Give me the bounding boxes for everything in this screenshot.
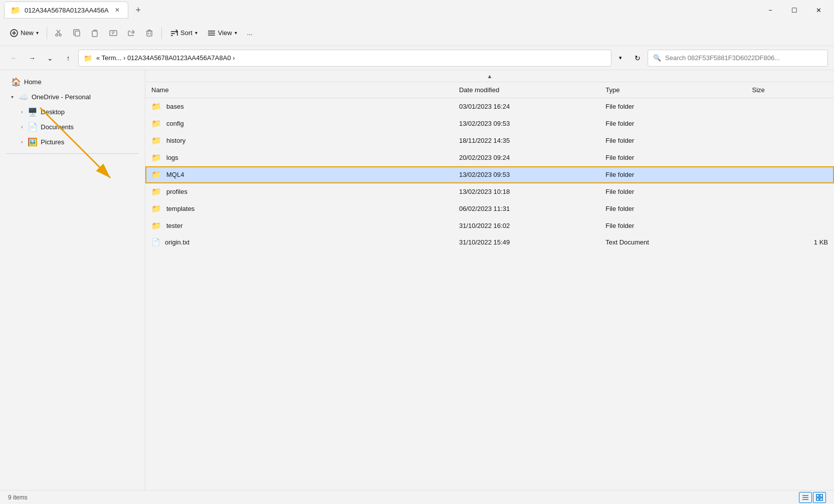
folder-icon: 📁 (151, 221, 161, 230)
file-name: tester (166, 222, 183, 229)
file-name-cell: 📄 origin.txt (145, 234, 453, 250)
address-dropdown-button[interactable]: ▾ (613, 50, 628, 66)
paste-button[interactable] (87, 24, 103, 42)
file-list-scroll[interactable]: ▲ Name Date modified Type (145, 70, 834, 490)
grid-view-button[interactable] (813, 492, 826, 503)
sidebar: 🏠 Home ▾ ☁️ OneDrive - Personal › 🖥️ Des… (0, 70, 145, 490)
file-type: File folder (599, 115, 746, 132)
new-button[interactable]: New ▾ (6, 24, 43, 42)
tab-close-button[interactable]: ✕ (113, 6, 122, 15)
view-icon (207, 29, 216, 37)
col-header-type[interactable]: Type (599, 82, 746, 98)
refresh-button[interactable]: ↻ (630, 50, 646, 66)
list-view-icon (802, 494, 809, 501)
table-row[interactable]: 📁 bases 03/01/2023 16:24 File folder (145, 98, 834, 115)
file-name-cell: 📁 templates (145, 200, 453, 217)
pictures-expand-icon: › (21, 139, 23, 145)
col-header-date[interactable]: Date modified (453, 82, 599, 98)
content-area: ▲ Name Date modified Type (145, 70, 834, 490)
file-name: logs (166, 154, 178, 161)
search-box[interactable]: 🔍 (648, 50, 828, 67)
view-toggle (799, 492, 826, 503)
home-label: Home (24, 78, 42, 86)
copy-button[interactable] (69, 24, 85, 42)
sidebar-item-documents[interactable]: › 📄 Documents (3, 120, 142, 134)
table-row[interactable]: 📁 MQL4 13/02/2023 09:53 File folder (145, 166, 834, 183)
table-row[interactable]: 📁 profiles 13/02/2023 10:18 File folder (145, 183, 834, 200)
sidebar-item-home[interactable]: 🏠 Home (3, 75, 142, 89)
delete-button[interactable] (141, 24, 157, 42)
onedrive-label: OneDrive - Personal (32, 93, 91, 101)
file-date: 20/02/2023 09:24 (453, 149, 599, 166)
list-view-button[interactable] (799, 492, 812, 503)
table-row[interactable]: 📄 origin.txt 31/10/2022 15:49 Text Docum… (145, 234, 834, 250)
tab-folder-icon: 📁 (11, 6, 21, 15)
file-date: 13/02/2023 09:53 (453, 166, 599, 183)
table-row[interactable]: 📁 templates 06/02/2023 11:31 File folder (145, 200, 834, 217)
address-bar[interactable]: 📁 « Term... › 012A34A5678A0123AA456A7A8A… (78, 50, 611, 67)
forward-button[interactable]: → (24, 50, 40, 66)
svg-rect-29 (816, 498, 819, 500)
paste-icon (91, 29, 99, 37)
file-date: 31/10/2022 15:49 (453, 234, 599, 250)
toolbar-separator-1 (47, 27, 47, 39)
sidebar-item-desktop[interactable]: › 🖥️ Desktop (3, 105, 142, 119)
status-bar: 9 items (0, 490, 834, 504)
file-date: 13/02/2023 10:18 (453, 183, 599, 200)
back-button[interactable]: ← (6, 50, 22, 66)
table-row[interactable]: 📁 history 18/11/2022 14:35 File folder (145, 132, 834, 149)
pictures-icon: 🖼️ (28, 137, 37, 147)
close-button[interactable]: ✕ (807, 2, 830, 18)
maximize-button[interactable]: ☐ (783, 2, 806, 18)
file-size (746, 200, 834, 217)
view-button[interactable]: View ▾ (203, 24, 241, 42)
folder-icon: 📁 (151, 187, 161, 196)
folder-icon: 📁 (151, 119, 161, 128)
new-chevron: ▾ (36, 30, 39, 36)
toolbar: New ▾ (0, 20, 834, 46)
table-row[interactable]: 📁 tester 31/10/2022 16:02 File folder (145, 217, 834, 234)
file-name: bases (166, 103, 184, 110)
file-name: profiles (166, 188, 187, 195)
view-label: View (218, 29, 232, 37)
up-button[interactable]: ↑ (60, 50, 76, 66)
search-input[interactable] (665, 54, 822, 62)
svg-point-5 (56, 34, 58, 36)
col-header-name[interactable]: Name (145, 82, 453, 98)
file-date: 31/10/2022 16:02 (453, 217, 599, 234)
svg-point-6 (59, 34, 61, 36)
search-icon: 🔍 (653, 54, 661, 62)
desktop-label: Desktop (41, 108, 65, 116)
file-type: File folder (599, 183, 746, 200)
desktop-icon: 🖥️ (28, 107, 37, 117)
sidebar-divider (6, 153, 139, 154)
sort-label: Sort (180, 29, 192, 37)
more-label: ... (247, 29, 253, 37)
documents-label: Documents (41, 123, 74, 131)
folder-icon: 📁 (151, 153, 161, 162)
sidebar-item-pictures[interactable]: › 🖼️ Pictures (3, 135, 142, 149)
active-tab[interactable]: 📁 012A34A5678A0123AA456A ✕ (4, 2, 128, 19)
rename-button[interactable] (105, 24, 121, 42)
share-button[interactable] (123, 24, 139, 42)
table-row[interactable]: 📁 logs 20/02/2023 09:24 File folder (145, 149, 834, 166)
desktop-expand-icon: › (21, 109, 23, 115)
col-header-size[interactable]: Size (746, 82, 834, 98)
sidebar-item-onedrive[interactable]: ▾ ☁️ OneDrive - Personal (3, 90, 142, 104)
file-date: 06/02/2023 11:31 (453, 200, 599, 217)
recent-locations-button[interactable]: ⌄ (42, 50, 58, 66)
table-row[interactable]: 📁 config 13/02/2023 09:53 File folder (145, 115, 834, 132)
new-tab-button[interactable]: + (130, 2, 146, 18)
file-size (746, 115, 834, 132)
sort-button[interactable]: Sort ▾ (166, 24, 201, 42)
file-name-cell: 📁 tester (145, 217, 453, 234)
more-button[interactable]: ... (243, 24, 257, 42)
minimize-button[interactable]: − (759, 2, 782, 18)
file-type: File folder (599, 217, 746, 234)
onedrive-icon: ☁️ (19, 92, 28, 102)
cut-button[interactable] (51, 24, 67, 42)
status-item-count: 9 items (8, 494, 28, 501)
file-name: origin.txt (165, 238, 189, 246)
documents-expand-icon: › (21, 124, 23, 130)
file-name: config (166, 120, 184, 127)
